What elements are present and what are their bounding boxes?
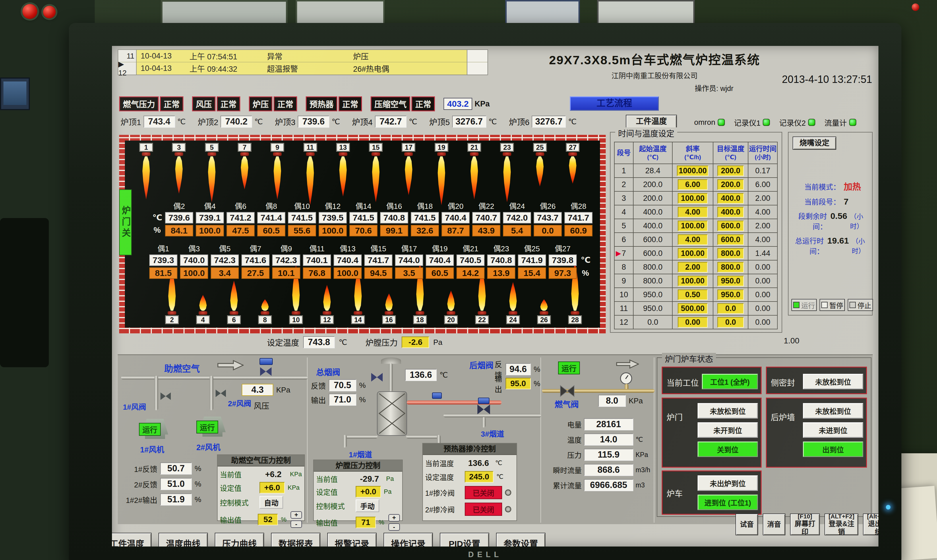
segment-rate-field[interactable]: 100.00 (678, 193, 707, 204)
thermocouple-column: 偶22740.743.9 (472, 200, 500, 236)
burner-number: 17 (402, 143, 415, 152)
segment-target-temp: 800.0 (713, 260, 748, 274)
alarm-row[interactable]: ▶ 1210-04-13上午 09:44:32超温报警26#热电偶 (118, 62, 487, 75)
burner-top: 11 (304, 143, 317, 205)
thermocouple-column: 偶2739.684.1 (165, 200, 193, 236)
heat-exchanger-icon (377, 391, 407, 436)
bottom-button-参数设置[interactable]: 参数设置 (496, 533, 546, 546)
segment-rate-field[interactable]: 2.00 (678, 262, 707, 272)
gas-row-value: 28161 (584, 418, 633, 430)
process-flow-button[interactable]: 工艺流程 (570, 96, 659, 111)
bottom-button-PID设置[interactable]: PID设置 (440, 533, 489, 546)
segment-target-field[interactable]: 200.0 (717, 166, 744, 176)
thermocouple-temp: 739.3 (149, 254, 177, 266)
set-temp-value[interactable]: 245.0 (465, 471, 493, 483)
segment-rate-field[interactable]: 100.00 (678, 276, 707, 286)
system-button-屏幕打印[interactable]: [F10]屏幕打印 (790, 514, 820, 535)
air-pressure-label: 风压 (254, 400, 269, 411)
minus-button[interactable]: - (388, 523, 400, 531)
thermocouple-output-percent: 100.0 (196, 225, 224, 236)
preheater-control-panel: 预热器掺冷控制 当前温度136.6℃ 设定温度245.0℃ 1#掺冷阀已关闭 2… (422, 443, 517, 521)
bottom-button-温度曲线[interactable]: 温度曲线 (159, 533, 208, 546)
segment-target-field[interactable]: 200.0 (717, 179, 744, 190)
segment-rate-field[interactable]: 4.00 (678, 207, 707, 217)
mode-button[interactable]: 自动 (259, 496, 283, 509)
minus-button[interactable]: - (291, 520, 302, 528)
segment-table: 段号起始温度(℃)斜率(℃/h)目标温度(℃)运行时间(小时) 128.4100… (614, 142, 778, 329)
segment-rate-field[interactable]: 4.00 (678, 234, 707, 245)
segment-rate: 6.00 (672, 178, 713, 191)
bottom-button-报警记录[interactable]: 报警记录 (327, 533, 377, 546)
segment-target-field[interactable]: 400.0 (717, 207, 744, 217)
alarm-row[interactable]: 1110-04-13上午 07:54:51异常炉压 (118, 50, 487, 62)
burner-number: 19 (435, 143, 448, 152)
segment-rate-field[interactable]: 100.00 (678, 221, 707, 231)
segment-target-field[interactable]: 800.0 (717, 248, 744, 259)
roof-temp-unit: ℃ (254, 117, 263, 126)
segment-rate-field[interactable]: 6.00 (678, 179, 707, 190)
segment-target-field[interactable]: 600.0 (717, 221, 744, 231)
segment-target-field[interactable]: 800.0 (717, 262, 744, 272)
mode-button[interactable]: 手动 (356, 500, 379, 512)
plus-button[interactable]: + (388, 514, 400, 522)
segment-rate-field[interactable]: 100.00 (678, 248, 707, 259)
set-value[interactable]: +0.0 (356, 486, 381, 497)
segment-run-time: 4.00 (748, 233, 777, 246)
green-status-icon (718, 119, 725, 126)
segment-number: ▶7 (614, 246, 633, 260)
workpiece-temperature-button[interactable]: 工件温度 (626, 115, 677, 129)
station-label: 当前工位 (667, 377, 699, 388)
emergency-stop-button (43, 6, 56, 18)
button-label: 登录&注销 (829, 520, 854, 536)
cur-temp-value: 136.6 (465, 458, 492, 468)
run-button[interactable]: 运行 (791, 299, 817, 311)
output-value[interactable]: 52 (258, 514, 278, 525)
burner-settings-group: 烧嘴设定 当前模式：加热 当前段号：7 段剩余时间：0.56（小时） 总运行时间… (788, 132, 873, 315)
bottom-button-操作记录[interactable]: 操作记录 (384, 533, 433, 546)
segment-row: 6600.04.00600.04.00 (614, 233, 777, 246)
thermocouple-column: 偶14741.570.6 (349, 200, 378, 236)
burner-number: 25 (533, 143, 547, 152)
alarm-row-tail (467, 62, 487, 75)
indicator-label: 流量计 (824, 117, 847, 128)
burner-settings-button[interactable]: 烧嘴设定 (793, 137, 836, 150)
system-button-登录&注销[interactable]: [ALT+F2]登录&注销 (824, 514, 858, 535)
set-temperature-row: 设定温度 743.8 ℃ 炉膛压力 -2.6 Pa (267, 336, 442, 348)
burner-number: 5 (205, 143, 219, 152)
output-unit: % (281, 516, 287, 523)
segment-rate-field[interactable]: 1000.00 (677, 166, 709, 176)
burner-nozzle-icon (292, 311, 300, 315)
system-button-退出系统[interactable]: [Alt+F4]退出系统 (863, 514, 878, 535)
thermocouple-label: 偶12 (319, 200, 347, 211)
bottom-button-row: 工件温度温度曲线压力曲线数据报表报警记录操作记录PID设置参数设置 (112, 533, 546, 546)
stop-button[interactable]: 停止 (848, 299, 873, 311)
power-led (886, 505, 891, 509)
bottom-button-工件温度[interactable]: 工件温度 (112, 533, 152, 546)
segment-target-field[interactable]: 950.0 (717, 276, 744, 286)
bottom-button-压力曲线[interactable]: 压力曲线 (215, 533, 264, 546)
set-unit: KPa (288, 484, 300, 491)
pause-button[interactable]: 暂停 (820, 299, 845, 311)
burner-nozzle-icon (540, 311, 548, 315)
cool-valve2-state: 已关闭 (465, 503, 502, 516)
gas-data-row: 累计流量6966.685m3 (544, 479, 652, 491)
segment-rate-field[interactable]: 0.00 (678, 317, 707, 328)
segment-target-field[interactable]: 0.0 (717, 303, 744, 314)
segment-rate-field[interactable]: 0.50 (678, 289, 707, 300)
segment-rate-field[interactable]: 500.00 (678, 303, 707, 314)
segment-target-field[interactable]: 400.0 (717, 193, 744, 204)
main-fb-value: 70.5 (329, 379, 356, 391)
thermocouple-label: 偶22 (472, 200, 500, 211)
plus-button[interactable]: + (291, 511, 302, 519)
segment-target-field[interactable]: 950.0 (717, 289, 744, 300)
segment-target-field[interactable]: 0.0 (717, 317, 744, 328)
system-button-消音[interactable]: 消音 (763, 514, 785, 535)
system-button-试音[interactable]: 试音 (735, 514, 758, 535)
segment-start-temp: 950.0 (633, 302, 672, 315)
segment-target-field[interactable]: 600.0 (717, 234, 744, 245)
flame-icon (404, 156, 413, 195)
output-value[interactable]: 71 (356, 517, 376, 528)
bottom-button-数据报表[interactable]: 数据报表 (271, 533, 321, 546)
flame-icon (446, 291, 456, 311)
set-value[interactable]: +6.0 (259, 482, 285, 494)
